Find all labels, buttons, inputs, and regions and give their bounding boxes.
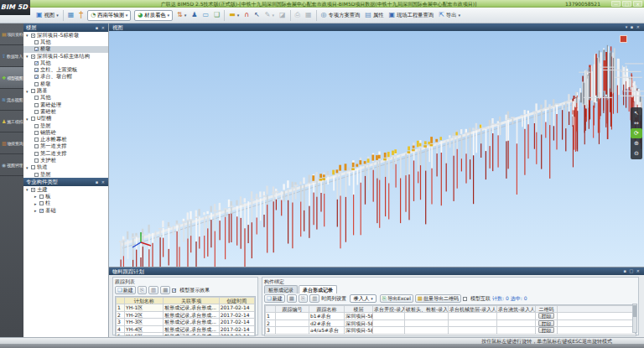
save-plan-button[interactable]: ▦ (160, 286, 170, 294)
tree-item[interactable]: ▸柱 (23, 200, 108, 207)
column-header[interactable]: 楼层 (345, 306, 373, 313)
export-excel-button[interactable]: ⎘ 导出Excel (380, 294, 413, 303)
tree-group[interactable]: ▾深圳项目-5标主体结构 (23, 53, 108, 60)
tree-item[interactable]: 支护桩 (23, 157, 108, 164)
tree-item[interactable]: 其他 (23, 60, 108, 66)
tree-item[interactable]: 桥墩 (23, 46, 108, 53)
nav-item-data-import[interactable]: ⇪数据导入 (0, 45, 23, 67)
column-header[interactable]: 二维码 (536, 306, 558, 313)
image-button[interactable]: ❏ (211, 9, 222, 22)
checkbox[interactable] (463, 297, 467, 301)
tree-item[interactable]: 止水帷幕桩 (23, 136, 108, 143)
recorder-select[interactable]: 录入人▾ (350, 294, 376, 303)
properties-button[interactable]: ▤ 属性 (362, 9, 386, 22)
rotate-tool[interactable]: ⟳ (631, 128, 642, 138)
column-header[interactable]: 承台开挖-录入人 (373, 306, 405, 313)
erase-button[interactable]: ◪ (277, 9, 288, 22)
checkbox[interactable] (34, 110, 39, 114)
delete-binding-button[interactable]: ▥ (309, 294, 319, 303)
checkbox[interactable] (34, 61, 39, 65)
checkbox[interactable] (39, 209, 44, 213)
checkbox[interactable] (34, 173, 39, 177)
close-button[interactable]: ✕ (633, 1, 642, 7)
column-header[interactable]: 创建时间 (219, 298, 254, 304)
copy-plan-button[interactable]: ⎘ (138, 286, 147, 294)
print-qr-button[interactable]: 打印 (538, 327, 554, 333)
clip-button[interactable]: ∩ (242, 9, 252, 22)
checkbox[interactable] (31, 165, 35, 169)
zoom-out-tool[interactable]: ⊖ (631, 148, 642, 158)
tree-item[interactable]: 第一道支撑 (23, 143, 108, 150)
nav-item-material-query[interactable]: ▥物资查询 (0, 132, 23, 154)
checkbox[interactable] (31, 117, 35, 121)
tree-group[interactable]: ▾U型槽 (23, 116, 108, 122)
checkbox[interactable] (31, 188, 35, 192)
tree-group[interactable]: ▾路基 (23, 87, 108, 94)
screenshot-button[interactable]: ▭ (200, 9, 211, 22)
pan-tool[interactable]: ⇔ (631, 118, 642, 128)
checkbox[interactable] (34, 158, 39, 163)
grid-view-button[interactable]: ▦ (303, 9, 314, 22)
floor-locate-button[interactable]: Ϯ (76, 9, 86, 22)
nav-item-view-manage[interactable]: ◉视图管理 (0, 154, 23, 176)
table-row[interactable]: 3a4/a5#承台深圳项目-5标主体...打印 (266, 327, 636, 334)
orientation-select[interactable]: ◔ 西南等轴测▾ (87, 10, 131, 21)
tree-item[interactable]: 钢筋砼 (23, 129, 108, 136)
checkbox[interactable] (34, 68, 39, 72)
table-row[interactable]: 2d2#承台深圳项目-5标主体...打印 (266, 319, 636, 326)
component-table-button[interactable]: ▦ (65, 9, 77, 22)
tree-item[interactable]: 桥墩 (23, 81, 108, 87)
checkbox[interactable] (34, 96, 39, 100)
nav-item-construction-sim[interactable]: ♟施工模拟 (0, 111, 23, 132)
tree-item[interactable]: 第二道支撑 (23, 150, 108, 157)
table-row[interactable]: 5YH-5区桩形成记录,承台形成...2017-02-14 (117, 333, 255, 336)
checkbox[interactable] (172, 288, 176, 293)
vertical-scrollbar[interactable] (632, 304, 637, 333)
nav-item-model-view[interactable]: ❖模型视图 (0, 67, 23, 89)
checkbox[interactable] (34, 138, 39, 142)
annotate-button[interactable]: ✎▾ (262, 9, 277, 22)
checkbox[interactable] (34, 131, 39, 135)
checkbox[interactable] (34, 82, 39, 86)
column-header[interactable]: 跟踪编号 (276, 306, 309, 313)
column-header[interactable]: 承台机械垫层-录入人 (449, 306, 497, 313)
tree-item[interactable]: 垫层 (23, 122, 108, 129)
special-plan-query-button[interactable]: ◎ 专项方案查询 (319, 9, 363, 22)
tree-item[interactable]: 素砼桩 (23, 108, 108, 115)
model-effect-checkbox[interactable]: 模型显示效果 (172, 287, 210, 294)
column-header[interactable]: 跟踪名称 (309, 306, 345, 313)
table-row[interactable]: 3YH-3区桩形成记录,承台形成...2017-02-14 (117, 319, 255, 325)
checkbox[interactable] (34, 152, 39, 156)
view-button[interactable]: ▣ 视图▾ (34, 9, 61, 22)
tree-item[interactable]: 立柱、上置梁板 (23, 66, 108, 73)
minimize-button[interactable]: — (611, 1, 621, 7)
checkbox[interactable] (31, 89, 35, 93)
tree-group[interactable]: ▾土建 (23, 186, 108, 193)
select-tool[interactable]: ↖ (631, 108, 642, 118)
maximize-button[interactable]: □ (622, 1, 631, 7)
orbit-button[interactable]: ⇅▾ (174, 9, 189, 22)
column-header[interactable]: 关联事项 (164, 298, 219, 304)
site-quantity-query-button[interactable]: ▣ 现场工程量查询 (386, 9, 436, 22)
column-header[interactable]: 计划名称 (125, 298, 164, 304)
checkbox[interactable] (31, 34, 35, 38)
zoom-in-tool[interactable]: ⊕ (631, 138, 642, 148)
select-button[interactable]: ↖ (252, 9, 262, 22)
tab-inactive[interactable]: 桩形成记录 (264, 285, 298, 293)
measure-button[interactable]: ▬▾ (226, 9, 242, 22)
view-cube-icon[interactable] (620, 35, 627, 43)
panel-pin-close-icons[interactable]: ▾ ▪ ✕ (626, 23, 641, 31)
checkbox[interactable] (34, 103, 39, 107)
tab-active[interactable]: 承台形成记录 (299, 285, 337, 293)
model-link-checkbox[interactable]: 模型互联 (463, 295, 491, 303)
export-button[interactable]: ⇱ 导出▾ (436, 9, 463, 22)
tree-item[interactable]: ▸板 (23, 193, 108, 200)
column-header[interactable]: 破桩头、检桩-录入人 (405, 306, 449, 313)
column-header[interactable] (558, 306, 636, 313)
print-qr-button[interactable]: 打印 (538, 313, 554, 319)
table-row[interactable]: 1b1#承台深圳项目-5标主体...打印 (266, 313, 636, 319)
nav-item-flow-view[interactable]: ≋流水视图 (0, 89, 23, 111)
print-qr-button[interactable]: 打印 (538, 320, 554, 326)
copy-binding-button[interactable]: ⎘ (299, 294, 308, 303)
shading-select[interactable]: ◕ 材质着色▾ (134, 10, 173, 21)
